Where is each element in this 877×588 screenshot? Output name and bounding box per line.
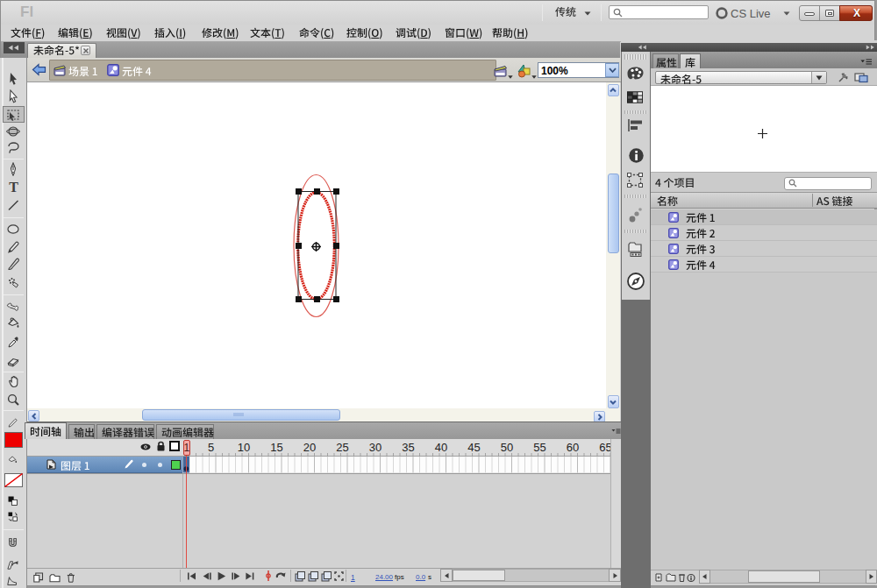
svg-text:T: T bbox=[9, 180, 18, 195]
